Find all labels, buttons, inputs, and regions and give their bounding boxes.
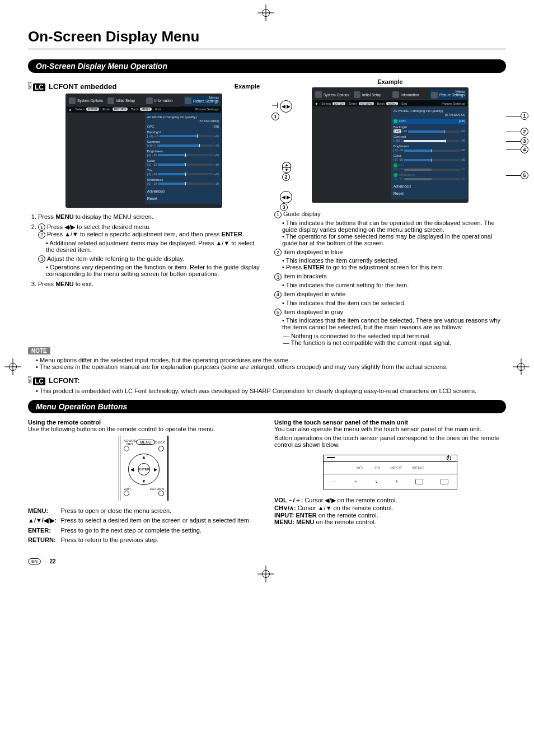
section-header-buttons: Menu Operation Buttons [28,400,506,413]
tab-information[interactable]: Information [145,96,181,106]
picture-settings-panel: AV MODE (Changing Pic.Quality)[STANDARD]… [145,113,221,204]
step-1: Press MENU to display the MENU screen. [38,213,153,220]
page-footer: EN - 22 [28,558,506,564]
example-label-right: Example [274,78,506,85]
tab-initial-setup[interactable]: Initial Setup [106,96,143,106]
divider [28,49,506,49]
osd-tabs: System Options Initial Setup Information… [67,95,221,106]
touchpanel-heading: Using the touch sensor panel of the main… [274,419,506,426]
remote-heading: Using the remote control [28,419,260,426]
page-title: On-Screen Display Menu [28,28,506,45]
step-3: Press MENU to exit. [38,281,93,287]
reset-item[interactable]: Reset [147,195,219,202]
lcfont-heading: SETLC LCFONT: [28,376,506,385]
lcfont-embedded-heading: SETLC LCFONT embedded Example [28,82,260,91]
remote-illustration: AQUOS NETMENUDOCK ▲ ▼ ◀ ▶ ENTER EXITRETU… [119,436,169,501]
osd-guide-bar: ◆: Select ENTER: Enter RETURN: Back MENU… [67,106,221,113]
advanced-item[interactable]: Advanced [147,188,219,195]
remote-definitions: MENU:Press to open or close the menu scr… [28,506,255,545]
step-2-2: Press ▲/▼ to select a specific adjustmen… [47,231,244,237]
operating-steps: Press MENU to display the MENU screen. 1… [28,213,260,288]
note-section: NOTE Menu options differ in the selected… [28,347,506,394]
osd-example-right: Menu System Options Initial Setup Inform… [274,87,506,203]
step-2-2-note: Additional related adjustment items may … [46,240,260,253]
selected-item-opc[interactable]: OPC[Off] [392,119,466,124]
tab-system-options[interactable]: System Options [68,96,104,106]
step-2-1: Press ◀/▶ to select the desired menu. [47,223,151,230]
touchpanel-illustration: ⏻ VOL CH INPUT MENU －＋∨∧ [323,455,457,489]
dpad-icon: ▲ ▼ ◀ ▶ ENTER [128,454,160,485]
menu-icon [441,479,448,484]
menu-label: Menu [209,96,219,100]
osd-example-left: Menu System Options Initial Setup Inform… [28,94,260,208]
touchpanel-mapping: VOL－/＋: Cursor ◀/▶ on the remote control… [274,496,506,525]
step-2-3-note: Operations vary depending on the functio… [46,264,260,277]
guide-description-list: 1Guide display This indicates the button… [274,211,506,346]
step-2-3: Adjust the item while referring to the g… [47,255,184,262]
input-icon [415,479,423,484]
section-header-operation: On-Screen Display Menu Operation [28,59,506,73]
